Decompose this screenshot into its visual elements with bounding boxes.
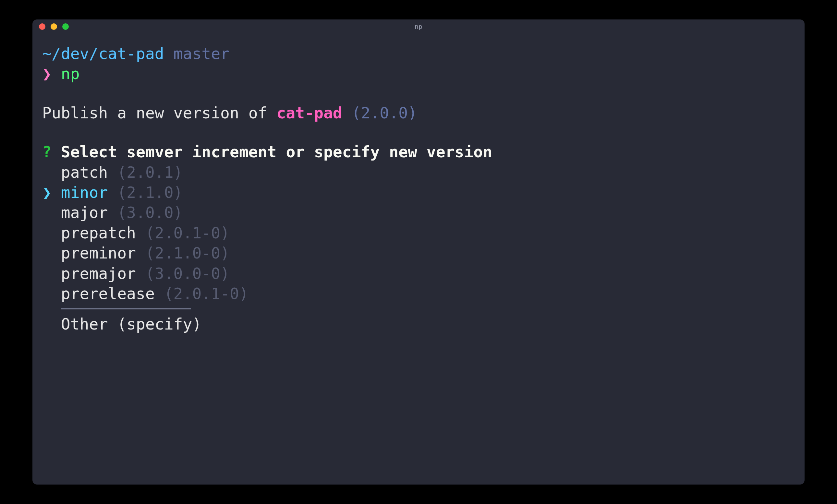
package-name: cat-pad xyxy=(277,104,342,122)
git-branch: master xyxy=(174,44,230,62)
option-version: (2.0.1-0) xyxy=(164,284,249,303)
terminal-body[interactable]: ~/dev/cat-pad master ❯ np Publish a new … xyxy=(33,34,804,485)
prompt-arrow-icon: ❯ xyxy=(42,65,52,83)
option-prerelease[interactable]: prerelease (2.0.1-0) xyxy=(42,284,795,304)
option-label: patch xyxy=(61,163,108,181)
option-label: major xyxy=(61,203,108,221)
traffic-lights xyxy=(39,23,69,30)
terminal-window: np ~/dev/cat-pad master ❯ np Publish a n… xyxy=(33,19,804,485)
command: np xyxy=(61,65,80,83)
option-version: (2.0.1-0) xyxy=(145,224,230,242)
option-minor[interactable]: ❯ minor (2.1.0) xyxy=(42,182,795,202)
window-title: np xyxy=(415,23,422,31)
option-preminor[interactable]: preminor (2.1.0-0) xyxy=(42,243,795,263)
prompt-line-2: ❯ np xyxy=(42,64,795,84)
option-patch[interactable]: patch (2.0.1) xyxy=(42,162,795,182)
option-version: (3.0.0) xyxy=(117,203,183,221)
question-mark-icon: ? xyxy=(42,143,52,161)
option-major[interactable]: major (3.0.0) xyxy=(42,202,795,222)
option-version: (2.1.0) xyxy=(117,183,183,201)
package-version: (2.0.0) xyxy=(352,104,417,122)
option-label: Other (specify) xyxy=(61,315,201,333)
option-version: (3.0.0-0) xyxy=(145,264,230,283)
titlebar: np xyxy=(33,19,804,34)
prompt-line-1: ~/dev/cat-pad master xyxy=(42,43,795,64)
option-premajor[interactable]: premajor (3.0.0-0) xyxy=(42,263,795,284)
option-label: prepatch xyxy=(61,224,136,242)
option-version: (2.1.0-0) xyxy=(145,244,230,262)
option-prepatch[interactable]: prepatch (2.0.1-0) xyxy=(42,223,795,243)
option-version: (2.0.1) xyxy=(117,163,183,181)
question-text: Select semver increment or specify new v… xyxy=(61,143,492,161)
minimize-icon[interactable] xyxy=(51,23,57,30)
cwd: ~/dev/cat-pad xyxy=(42,44,164,62)
cursor-icon: ❯ xyxy=(42,183,52,201)
option-label: minor xyxy=(61,183,108,201)
option-label: prerelease xyxy=(61,284,155,303)
separator xyxy=(61,308,191,309)
publish-heading: Publish a new version of cat-pad (2.0.0) xyxy=(42,103,795,123)
question-line: ? Select semver increment or specify new… xyxy=(42,142,795,162)
option-label: preminor xyxy=(61,244,136,262)
option-other[interactable]: Other (specify) xyxy=(42,314,795,334)
maximize-icon[interactable] xyxy=(62,23,69,30)
option-label: premajor xyxy=(61,264,136,283)
close-icon[interactable] xyxy=(39,23,46,30)
publish-prefix: Publish a new version of xyxy=(42,104,277,122)
